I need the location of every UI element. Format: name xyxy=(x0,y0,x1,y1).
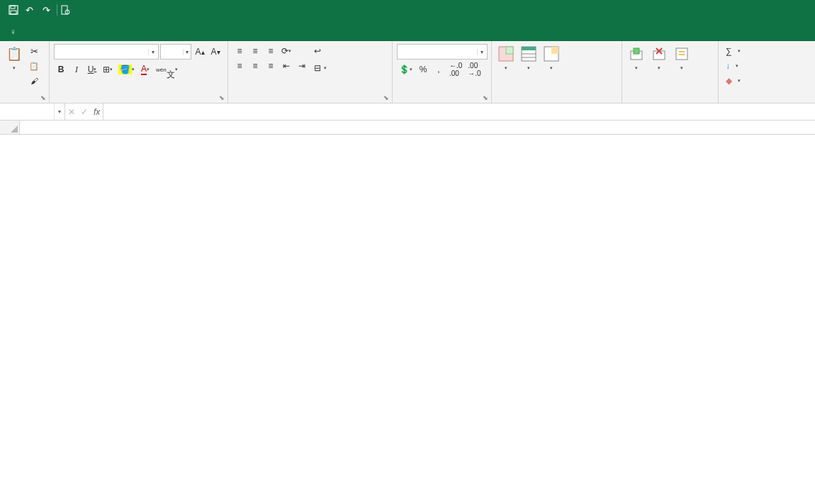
chevron-down-icon: ▾ xyxy=(94,67,96,72)
insert-cells-button[interactable]: ▾ xyxy=(626,44,646,72)
align-left-button[interactable]: ≡ xyxy=(232,59,247,73)
chevron-down-icon: ▾ xyxy=(658,65,661,71)
font-family-input[interactable] xyxy=(55,47,148,57)
number-format-combo[interactable]: ▾ xyxy=(397,44,488,60)
group-label-editing xyxy=(719,91,815,102)
chevron-down-icon: ▾ xyxy=(33,7,36,13)
font-color-button[interactable]: A▾ xyxy=(138,62,152,77)
undo-button[interactable]: ↶▾ xyxy=(23,2,38,18)
increase-decimal-button[interactable]: ←.0.00 xyxy=(447,62,464,77)
align-top-button[interactable]: ≡ xyxy=(232,44,247,58)
increase-font-button[interactable]: A▴ xyxy=(193,45,207,59)
fill-down-icon: ↓ xyxy=(726,61,730,71)
bold-button[interactable]: B xyxy=(54,62,68,77)
comma-button[interactable]: , xyxy=(432,62,446,77)
indent-decrease-button[interactable]: ⇤ xyxy=(279,59,293,73)
svg-rect-15 xyxy=(653,51,665,60)
group-label-number xyxy=(393,91,491,102)
chevron-down-icon: ▾ xyxy=(505,65,507,71)
chevron-down-icon: ▾ xyxy=(527,65,530,71)
title-bar: ↶▾ ↷▾ ▾ xyxy=(0,0,815,20)
chevron-down-icon: ▾ xyxy=(54,103,64,120)
font-size-input[interactable] xyxy=(161,47,183,57)
tell-me-search[interactable]: ♀ xyxy=(4,23,25,41)
autosum-button[interactable]: ∑ ▾ xyxy=(726,44,808,58)
align-middle-button[interactable]: ≡ xyxy=(248,44,262,58)
cell-styles-button[interactable]: ▾ xyxy=(541,44,561,72)
wrap-icon: ↩ xyxy=(314,46,321,56)
accounting-format-button[interactable]: 💲▾ xyxy=(397,62,415,77)
merge-center-button[interactable]: ⊟ ▾ xyxy=(312,61,390,75)
chevron-down-icon: ▾ xyxy=(324,65,327,71)
format-painter-button[interactable] xyxy=(27,74,41,88)
group-label-styles xyxy=(492,91,622,102)
select-all-corner[interactable] xyxy=(0,121,20,134)
group-label-font xyxy=(50,91,227,102)
cell-styles-icon xyxy=(543,45,560,62)
indent-increase-button[interactable]: ⇥ xyxy=(295,59,309,73)
chevron-down-icon: ▾ xyxy=(148,49,158,55)
decrease-font-button[interactable]: A▾ xyxy=(208,45,223,59)
dialog-launcher-icon[interactable]: ⬊ xyxy=(219,94,225,101)
name-box-input[interactable] xyxy=(0,103,54,120)
copy-button[interactable] xyxy=(27,59,41,73)
align-center-button[interactable]: ≡ xyxy=(248,59,262,73)
font-size-combo[interactable]: ▾ xyxy=(160,44,191,60)
percent-button[interactable]: % xyxy=(416,62,430,77)
redo-button[interactable]: ↷▾ xyxy=(40,2,55,18)
wrap-text-button[interactable]: ↩ xyxy=(312,44,383,58)
chevron-down-icon: ▾ xyxy=(175,67,178,72)
fill-color-button[interactable]: 🪣▾ xyxy=(116,62,137,77)
delete-cells-button[interactable]: ▾ xyxy=(649,44,669,72)
underline-button[interactable]: U ▾ xyxy=(85,62,99,77)
group-label-alignment xyxy=(228,91,392,102)
dialog-launcher-icon[interactable]: ⬊ xyxy=(483,94,488,101)
dialog-launcher-icon[interactable]: ⬊ xyxy=(383,94,389,101)
svg-rect-6 xyxy=(506,47,513,54)
phonetic-button[interactable]: wén文▾ xyxy=(154,62,180,77)
format-icon xyxy=(673,45,690,62)
ribbon-tabs: ♀ xyxy=(0,20,815,41)
fx-button[interactable]: fx xyxy=(94,107,100,117)
italic-button[interactable]: I xyxy=(69,62,84,77)
formula-bar: ▾ ✕ ✓ fx xyxy=(0,103,815,121)
lightbulb-icon: ♀ xyxy=(10,27,16,37)
svg-rect-8 xyxy=(522,47,536,50)
name-box[interactable]: ▾ xyxy=(0,103,65,120)
format-cells-button[interactable]: ▾ xyxy=(672,44,692,72)
fill-button[interactable]: ↓ ▾ xyxy=(726,59,808,73)
save-button[interactable] xyxy=(6,2,21,18)
spreadsheet-grid[interactable] xyxy=(0,121,815,135)
chevron-down-icon: ▾ xyxy=(738,48,741,54)
chevron-down-icon: ▾ xyxy=(70,7,73,13)
formula-input[interactable] xyxy=(103,103,815,120)
chevron-down-icon: ▾ xyxy=(110,67,113,72)
chevron-down-icon: ▾ xyxy=(147,67,150,72)
chevron-down-icon: ▾ xyxy=(13,65,16,71)
clear-button[interactable]: ◆ ▾ xyxy=(726,74,808,88)
chevron-down-icon: ▾ xyxy=(550,65,553,71)
column-headers xyxy=(0,121,815,135)
cut-button[interactable] xyxy=(27,44,41,58)
paste-icon: 📋 xyxy=(6,45,23,62)
print-preview-button[interactable]: ▾ xyxy=(59,2,74,18)
table-format-icon xyxy=(520,45,537,62)
cancel-formula-button[interactable]: ✕ xyxy=(68,107,75,117)
conditional-format-button[interactable]: ▾ xyxy=(496,44,516,72)
sigma-icon: ∑ xyxy=(726,46,732,56)
format-as-table-button[interactable]: ▾ xyxy=(519,44,539,72)
borders-button[interactable]: ⊞ ▾ xyxy=(101,62,115,77)
dialog-launcher-icon[interactable]: ⬊ xyxy=(40,94,46,101)
group-cells: ▾ ▾ ▾ xyxy=(622,41,719,103)
enter-formula-button[interactable]: ✓ xyxy=(81,107,88,117)
chevron-down-icon: ▾ xyxy=(50,7,53,13)
align-right-button[interactable]: ≡ xyxy=(264,59,278,73)
font-family-combo[interactable]: ▾ xyxy=(54,44,159,60)
chevron-down-icon: ▾ xyxy=(288,48,291,54)
decrease-decimal-button[interactable]: .00→.0 xyxy=(466,62,483,77)
paste-button[interactable]: 📋 ▾ xyxy=(4,44,24,72)
number-format-input[interactable] xyxy=(398,47,477,57)
align-bottom-button[interactable]: ≡ xyxy=(264,44,278,58)
svg-rect-14 xyxy=(634,48,639,54)
orientation-button[interactable]: ⟳▾ xyxy=(279,44,293,58)
